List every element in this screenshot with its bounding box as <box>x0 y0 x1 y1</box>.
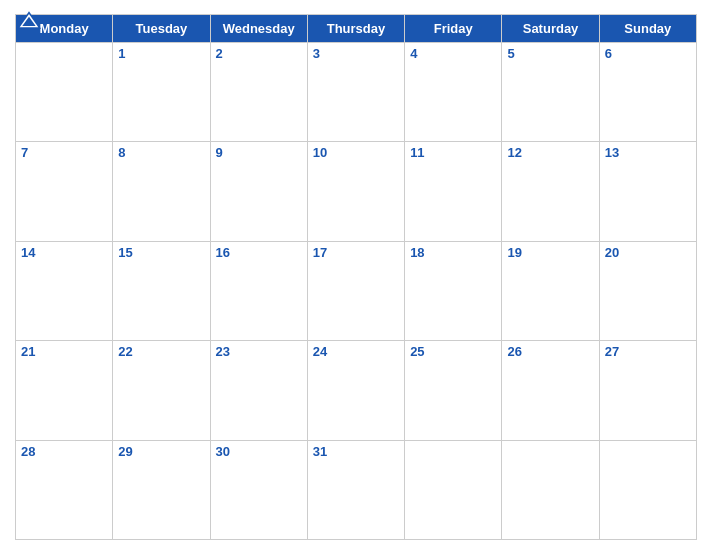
generalblue-icon <box>15 10 43 30</box>
day-cell-19: 19 <box>502 241 599 340</box>
day-cell-11: 11 <box>405 142 502 241</box>
empty-cell <box>599 440 696 539</box>
day-number: 23 <box>216 344 230 359</box>
week-row-5: 28293031 <box>16 440 697 539</box>
day-cell-21: 21 <box>16 341 113 440</box>
day-number: 4 <box>410 46 417 61</box>
day-cell-1: 1 <box>113 43 210 142</box>
day-cell-14: 14 <box>16 241 113 340</box>
day-number: 2 <box>216 46 223 61</box>
week-row-4: 21222324252627 <box>16 341 697 440</box>
day-cell-18: 18 <box>405 241 502 340</box>
day-number: 10 <box>313 145 327 160</box>
day-cell-13: 13 <box>599 142 696 241</box>
day-cell-29: 29 <box>113 440 210 539</box>
weekday-header-thursday: Thursday <box>307 15 404 43</box>
day-number: 1 <box>118 46 125 61</box>
weekday-header-wednesday: Wednesday <box>210 15 307 43</box>
day-number: 12 <box>507 145 521 160</box>
day-number: 16 <box>216 245 230 260</box>
day-number: 31 <box>313 444 327 459</box>
logo-area <box>15 10 47 30</box>
day-cell-4: 4 <box>405 43 502 142</box>
day-cell-24: 24 <box>307 341 404 440</box>
empty-cell <box>405 440 502 539</box>
week-row-1: 123456 <box>16 43 697 142</box>
day-number: 7 <box>21 145 28 160</box>
day-cell-10: 10 <box>307 142 404 241</box>
day-number: 6 <box>605 46 612 61</box>
day-number: 14 <box>21 245 35 260</box>
day-number: 21 <box>21 344 35 359</box>
day-cell-26: 26 <box>502 341 599 440</box>
day-cell-17: 17 <box>307 241 404 340</box>
calendar-table: MondayTuesdayWednesdayThursdayFridaySatu… <box>15 14 697 540</box>
day-number: 26 <box>507 344 521 359</box>
weekday-header-tuesday: Tuesday <box>113 15 210 43</box>
day-number: 18 <box>410 245 424 260</box>
empty-cell <box>502 440 599 539</box>
day-number: 20 <box>605 245 619 260</box>
day-cell-28: 28 <box>16 440 113 539</box>
weekday-header-friday: Friday <box>405 15 502 43</box>
week-row-3: 14151617181920 <box>16 241 697 340</box>
day-cell-20: 20 <box>599 241 696 340</box>
day-cell-7: 7 <box>16 142 113 241</box>
day-cell-30: 30 <box>210 440 307 539</box>
empty-cell <box>16 43 113 142</box>
day-number: 29 <box>118 444 132 459</box>
day-number: 22 <box>118 344 132 359</box>
weekday-header-saturday: Saturday <box>502 15 599 43</box>
day-number: 19 <box>507 245 521 260</box>
day-number: 5 <box>507 46 514 61</box>
day-number: 30 <box>216 444 230 459</box>
weekday-header-row: MondayTuesdayWednesdayThursdayFridaySatu… <box>16 15 697 43</box>
day-cell-3: 3 <box>307 43 404 142</box>
day-number: 15 <box>118 245 132 260</box>
day-cell-9: 9 <box>210 142 307 241</box>
day-cell-15: 15 <box>113 241 210 340</box>
day-cell-12: 12 <box>502 142 599 241</box>
day-cell-23: 23 <box>210 341 307 440</box>
day-cell-2: 2 <box>210 43 307 142</box>
day-number: 27 <box>605 344 619 359</box>
week-row-2: 78910111213 <box>16 142 697 241</box>
day-cell-31: 31 <box>307 440 404 539</box>
day-number: 28 <box>21 444 35 459</box>
day-number: 25 <box>410 344 424 359</box>
day-number: 13 <box>605 145 619 160</box>
day-number: 17 <box>313 245 327 260</box>
day-cell-25: 25 <box>405 341 502 440</box>
weekday-header-sunday: Sunday <box>599 15 696 43</box>
day-cell-16: 16 <box>210 241 307 340</box>
day-cell-27: 27 <box>599 341 696 440</box>
day-cell-5: 5 <box>502 43 599 142</box>
day-number: 3 <box>313 46 320 61</box>
day-number: 11 <box>410 145 424 160</box>
day-cell-8: 8 <box>113 142 210 241</box>
day-cell-22: 22 <box>113 341 210 440</box>
day-number: 24 <box>313 344 327 359</box>
day-cell-6: 6 <box>599 43 696 142</box>
day-number: 9 <box>216 145 223 160</box>
day-number: 8 <box>118 145 125 160</box>
